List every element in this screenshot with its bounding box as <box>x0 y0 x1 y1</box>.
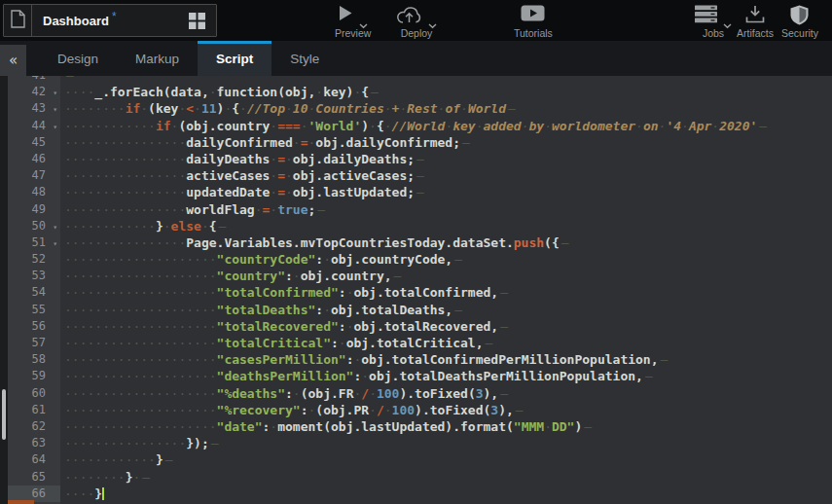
code-line-content[interactable]: ····················"%deaths":·(obj.FR·/… <box>60 385 832 402</box>
code-line-content[interactable]: ············}·else·{– <box>60 218 832 234</box>
eol-marker: – <box>317 202 325 217</box>
line-number: 64 <box>8 451 60 468</box>
line-number: 55 <box>8 302 60 318</box>
code-line: 46················dailyDeaths·=·obj.dail… <box>8 151 832 167</box>
code-line-content[interactable]: ················updatedDate·=·obj.lastUp… <box>60 184 832 200</box>
line-number[interactable]: 51▾ <box>8 234 60 251</box>
tutorials-button[interactable]: Tutorials <box>514 5 553 39</box>
unsaved-changes-marker: * <box>112 10 117 23</box>
eol-marker: – <box>561 235 569 250</box>
tab-style[interactable]: Style <box>271 41 338 76</box>
line-number[interactable]: 44▾ <box>8 118 60 134</box>
line-number: 41 <box>8 76 60 84</box>
top-toolbar: Dashboard * PreviewDeployTutorialsJobsAr… <box>0 0 832 41</box>
line-number[interactable]: 42▾ <box>8 84 60 100</box>
eol-marker: – <box>508 101 516 116</box>
file-icon-button[interactable] <box>4 5 32 36</box>
code-line: 55····················"totalDeaths":·obj… <box>8 302 832 318</box>
code-line-content[interactable]: ····················"totalCritical":·obj… <box>60 335 832 351</box>
code-line: 56····················"totalRecovered":·… <box>8 318 832 335</box>
mode-tabs: DesignMarkupScriptStyle <box>39 41 338 76</box>
eol-marker: – <box>516 403 524 417</box>
code-line-content[interactable]: ····_.forEach(data,·function(obj,·key)·{… <box>60 84 832 100</box>
code-line: 41– <box>8 76 832 84</box>
action-label: Preview <box>335 27 371 39</box>
grid-icon[interactable] <box>189 13 205 29</box>
code-line-content[interactable]: ················worldFlag·=·true;– <box>60 201 832 218</box>
code-line-content[interactable]: ····················"date":·moment(obj.l… <box>60 418 832 435</box>
line-number: 65 <box>8 469 60 486</box>
code-line-content[interactable]: ····················"countryCode":·obj.c… <box>60 251 832 268</box>
code-line-content[interactable]: ····················"%recovery":·(obj.PR… <box>60 402 832 418</box>
play-icon <box>338 5 353 25</box>
action-label: Deploy <box>396 27 437 39</box>
eol-marker: – <box>500 319 508 334</box>
line-number: 61 <box>8 402 60 418</box>
code-lines: 41–42▾····_.forEach(data,·function(obj,·… <box>8 76 832 502</box>
chevron-down-icon[interactable] <box>723 16 732 33</box>
text-caret <box>102 487 104 500</box>
code-line: 58····················"casesPerMillion":… <box>8 351 832 368</box>
tab-script[interactable]: Script <box>198 41 271 76</box>
dashboard-page-tab[interactable]: Dashboard * <box>32 5 216 36</box>
code-line: 49················worldFlag·=·true;– <box>8 201 832 218</box>
code-line: 65········}·– <box>8 469 832 486</box>
code-editor[interactable]: 41–42▾····_.forEach(data,·function(obj,·… <box>0 76 832 504</box>
eol-marker: – <box>759 119 767 133</box>
app-window: Dashboard * PreviewDeployTutorialsJobsAr… <box>0 0 832 504</box>
code-line-content[interactable]: – <box>60 76 832 84</box>
code-line-content[interactable]: ····················"totalConfirmed":·ob… <box>60 284 832 301</box>
tab-design[interactable]: Design <box>39 41 117 76</box>
code-line-content[interactable]: ····················"casesPerMillion":·o… <box>60 351 832 368</box>
editor-tabstrip: « DesignMarkupScriptStyle <box>0 41 832 76</box>
code-line: 47················activeCases·=·obj.acti… <box>8 167 832 184</box>
code-line-content[interactable]: ················dailyConfirmed·=·obj.dai… <box>60 134 832 151</box>
code-line-content[interactable]: ····················"deathsPerMillion":·… <box>60 368 832 384</box>
fold-toggle-icon[interactable]: ▾ <box>53 101 57 118</box>
code-line-content[interactable]: ····················"totalDeaths":·obj.t… <box>60 302 832 318</box>
artifacts-button[interactable]: Artifacts <box>737 5 774 39</box>
security-button[interactable]: Security <box>781 5 818 39</box>
scrollbar-thumb[interactable] <box>2 389 6 440</box>
line-number: 48 <box>8 184 60 200</box>
fold-toggle-icon[interactable]: ▾ <box>53 219 57 235</box>
code-line: 57····················"totalCritical":·o… <box>8 335 832 351</box>
eol-marker: – <box>165 452 173 467</box>
server-stack-icon <box>695 5 717 27</box>
jobs-button[interactable]: Jobs <box>695 5 732 39</box>
code-line-content[interactable]: ················dailyDeaths·=·obj.dailyD… <box>60 151 832 167</box>
action-label: Security <box>781 27 818 39</box>
code-line-content[interactable]: ················activeCases·=·obj.active… <box>60 167 832 184</box>
download-icon <box>744 5 766 27</box>
code-line-content[interactable]: ············}– <box>60 451 832 468</box>
code-line-content[interactable]: ····················"totalRecovered":·ob… <box>60 318 832 335</box>
eol-marker: – <box>500 285 508 300</box>
line-number[interactable]: 43▾ <box>8 100 60 117</box>
code-line-content[interactable]: ····················"country":·obj.count… <box>60 268 832 284</box>
line-number: 57 <box>8 335 60 351</box>
code-line-content[interactable]: ····} <box>60 486 832 502</box>
document-tab-group: Dashboard * <box>3 4 217 37</box>
shield-icon <box>790 5 809 29</box>
eol-marker: – <box>416 185 424 199</box>
code-line: 54····················"totalConfirmed":·… <box>8 284 832 301</box>
code-line-content[interactable]: ············if·(obj.country·===·'World')… <box>60 118 832 134</box>
eol-marker: – <box>454 252 462 267</box>
fold-toggle-icon[interactable]: ▾ <box>53 235 57 252</box>
code-line-content[interactable]: ········if·(key·<·11)·{·//Top·10·Countri… <box>60 100 832 117</box>
line-number: 47 <box>8 167 60 184</box>
collapse-panel-button[interactable]: « <box>0 45 26 76</box>
line-number: 49 <box>8 201 60 218</box>
line-number[interactable]: 50▾ <box>8 218 60 234</box>
code-line-content[interactable]: ················});– <box>60 435 832 451</box>
code-line: 48················updatedDate·=·obj.last… <box>8 184 832 200</box>
deploy-button[interactable]: Deploy <box>396 5 437 39</box>
code-line-content[interactable]: ········}·– <box>60 469 832 486</box>
tab-markup[interactable]: Markup <box>117 41 198 76</box>
code-line: 42▾····_.forEach(data,·function(obj,·key… <box>8 84 832 100</box>
left-scrollbar-track[interactable] <box>0 76 8 504</box>
preview-button[interactable]: Preview <box>335 5 371 39</box>
fold-toggle-icon[interactable]: ▾ <box>53 119 57 135</box>
fold-toggle-icon[interactable]: ▾ <box>53 85 57 101</box>
code-line-content[interactable]: ················Page.Variables.mvTopCoun… <box>60 234 832 251</box>
